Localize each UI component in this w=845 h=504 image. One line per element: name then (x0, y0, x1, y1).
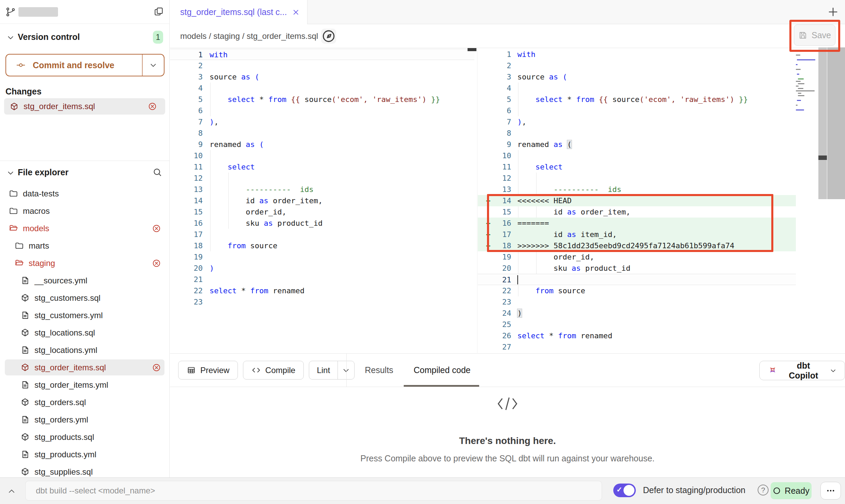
code-line-5[interactable]: 5 select * from {{ source('ecom', 'raw_i… (170, 94, 474, 105)
commit-and-resolve-button[interactable]: Commit and resolve (5, 54, 164, 76)
code-line-4[interactable]: 4 (478, 83, 796, 94)
code-line-8[interactable]: 8 (170, 128, 474, 139)
code-line-2[interactable]: 2 (170, 60, 474, 71)
code-line-20[interactable]: 20 sku as product_id (478, 263, 796, 274)
code-line-10[interactable]: 10 (478, 150, 796, 161)
code-line-15[interactable]: 15 order_id, (170, 206, 474, 218)
code-line-14[interactable]: 14+<<<<<<< HEAD (478, 195, 796, 206)
code-line-24[interactable]: 24) (478, 308, 796, 319)
save-button[interactable]: Save (794, 25, 835, 46)
tab-results[interactable]: Results (365, 354, 393, 387)
defer-toggle[interactable]: ✓ (613, 484, 636, 497)
code-line-8[interactable]: 8 (478, 128, 796, 139)
discard-changes-icon[interactable] (152, 363, 161, 372)
file-item-staging[interactable]: staging (0, 254, 169, 272)
close-icon[interactable] (291, 8, 300, 17)
file-item-stg_orders.yml[interactable]: stg_orders.yml (0, 411, 169, 428)
new-tab-button[interactable] (827, 5, 840, 18)
chevron-up-icon[interactable] (7, 487, 16, 496)
code-line-6[interactable]: 6 (478, 105, 796, 116)
code-line-16[interactable]: 16+======= (478, 218, 796, 229)
code-line-19[interactable]: 19 order_id, (478, 251, 796, 263)
file-item-stg_products.sql[interactable]: stg_products.sql (0, 428, 169, 446)
code-line-5[interactable]: 5 select * from {{ source('ecom', 'raw_i… (478, 94, 796, 105)
code-line-23[interactable]: 23 (478, 296, 796, 308)
editor-pane-current[interactable]: 1with23source as (45 select * from {{ so… (478, 49, 796, 353)
left-pane-scrollbar-thumb[interactable] (468, 48, 476, 51)
discard-changes-icon[interactable] (148, 102, 157, 111)
file-item-models[interactable]: models (0, 220, 169, 237)
compile-button[interactable]: Compile (243, 361, 304, 380)
code-line-17[interactable]: 17+ id as item_id, (478, 229, 796, 240)
code-line-13[interactable]: 13 ---------- ids (478, 184, 796, 195)
code-line-12[interactable]: 12 (478, 173, 796, 184)
dbt-copilot-button[interactable]: dbt Copilot (759, 361, 845, 380)
command-input[interactable] (25, 481, 602, 501)
file-item-stg_customers.sql[interactable]: stg_customers.sql (0, 289, 169, 307)
file-item-stg_locations.yml[interactable]: stg_locations.yml (0, 341, 169, 359)
file-explorer-section-header[interactable]: File explorer (0, 161, 169, 184)
code-line-25[interactable]: 25 (478, 319, 796, 330)
code-line-16[interactable]: 16 sku as product_id (170, 218, 474, 229)
copy-icon[interactable] (154, 6, 164, 17)
code-line-27[interactable]: 27 (478, 341, 796, 353)
code-line-9[interactable]: 9renamed as ( (170, 139, 474, 150)
code-line-11[interactable]: 11 select (170, 161, 474, 173)
version-control-section-header[interactable]: Version control 1 (0, 29, 169, 46)
code-line-9[interactable]: 9renamed as ( (478, 139, 796, 150)
code-line-18[interactable]: 18 from source (170, 240, 474, 251)
code-line-17[interactable]: 17 (170, 229, 474, 240)
discard-changes-icon[interactable] (152, 224, 161, 233)
code-line-6[interactable]: 6 (170, 105, 474, 116)
file-item-stg_order_items.sql[interactable]: stg_order_items.sql (0, 359, 169, 376)
minimap[interactable] (796, 50, 817, 121)
outer-scrollbar-track[interactable] (827, 47, 845, 199)
search-icon[interactable] (152, 167, 162, 177)
code-line-19[interactable]: 19 (170, 251, 474, 263)
code-line-4[interactable]: 4 (170, 83, 474, 94)
git-branch-icon[interactable] (5, 7, 16, 17)
code-line-22[interactable]: 22select * from renamed (170, 285, 474, 296)
code-line-7[interactable]: 7), (478, 116, 796, 128)
file-item-stg_products.yml[interactable]: stg_products.yml (0, 446, 169, 463)
code-line-2[interactable]: 2 (478, 60, 796, 71)
code-line-23[interactable]: 23 (170, 296, 474, 308)
tab-compiled-code[interactable]: Compiled code (414, 354, 471, 387)
code-line-1[interactable]: 1with (478, 49, 796, 60)
code-line-22[interactable]: 22 from source (478, 285, 796, 296)
file-item-stg_customers.yml[interactable]: stg_customers.yml (0, 307, 169, 324)
preview-button[interactable]: Preview (178, 361, 238, 380)
commit-dropdown-button[interactable] (143, 55, 164, 76)
code-line-18[interactable]: 18+>>>>>>> 58c1dd23d5eebd9cd2495fa7124ab… (478, 240, 796, 251)
code-line-10[interactable]: 10 (170, 150, 474, 161)
code-line-11[interactable]: 11 select (478, 161, 796, 173)
file-item-marts[interactable]: marts (0, 237, 169, 254)
tab-stg-order-items[interactable]: stg_order_items.sql (last c... (170, 0, 307, 24)
file-item-macros[interactable]: macros (0, 202, 169, 220)
code-line-21[interactable]: 21 (170, 274, 474, 285)
code-line-3[interactable]: 3source as ( (170, 71, 474, 83)
lineage-compass-icon[interactable] (321, 29, 336, 44)
file-item-stg_orders.sql[interactable]: stg_orders.sql (0, 394, 169, 411)
code-line-26[interactable]: 26select * from renamed (478, 330, 796, 341)
code-line-14[interactable]: 14 id as order_item, (170, 195, 474, 206)
editor-pane-original[interactable]: 1with23source as (45 select * from {{ so… (170, 49, 474, 308)
right-scrollbar-thumb[interactable] (818, 155, 827, 160)
code-line-20[interactable]: 20) (170, 263, 474, 274)
right-scrollbar-track[interactable] (818, 47, 827, 199)
more-options-button[interactable] (820, 482, 841, 500)
help-icon[interactable]: ? (758, 485, 769, 495)
code-line-21[interactable]: 21 (478, 274, 796, 285)
file-item-data-tests[interactable]: data-tests (0, 185, 169, 202)
file-item-__sources.yml[interactable]: __sources.yml (0, 272, 169, 289)
code-line-12[interactable]: 12 (170, 173, 474, 184)
file-item-stg_supplies.sql[interactable]: stg_supplies.sql (0, 463, 169, 477)
file-item-stg_locations.sql[interactable]: stg_locations.sql (0, 324, 169, 341)
file-item-stg_order_items.yml[interactable]: stg_order_items.yml (0, 376, 169, 394)
code-line-13[interactable]: 13 ---------- ids (170, 184, 474, 195)
change-item-stg_order_items.sql[interactable]: stg_order_items.sql (4, 98, 165, 115)
lint-button[interactable]: Lint (309, 361, 338, 379)
discard-changes-icon[interactable] (152, 258, 161, 268)
code-line-7[interactable]: 7), (170, 116, 474, 128)
code-line-15[interactable]: 15 id as order_item, (478, 206, 796, 218)
